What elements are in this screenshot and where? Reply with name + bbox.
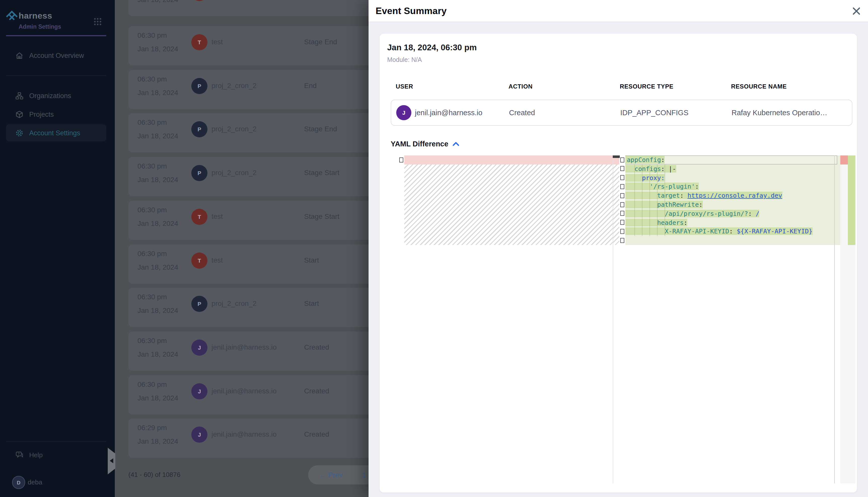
event-summary-card: Jan 18, 2024, 06:30 pm Module: N/A USER … — [380, 34, 857, 493]
diff-code-line: target: https://console.rafay.dev — [625, 191, 841, 200]
audit-row[interactable]: 06:30 pmJan 18, 2024Pproj_2_cron_2Start — [128, 288, 369, 327]
audit-row[interactable]: 06:30 pmJan 18, 2024TtestStage Start — [128, 201, 369, 240]
event-user-name: proj_2_cron_2 — [211, 299, 257, 307]
audit-row[interactable]: 06:30 pmJan 18, 2024Jjenil.jain@harness.… — [128, 375, 369, 414]
avatar: J — [396, 105, 411, 120]
diff-code-line: '/rs-plugin': — [625, 182, 841, 191]
diff-code-line: X-RAFAY-API-KEYID: ${X-RAFAY-API-KEYID} — [625, 227, 841, 236]
avatar: P — [191, 122, 207, 138]
avatar: P — [191, 296, 207, 312]
sidebar-item-label: Account Overview — [29, 52, 84, 59]
event-time: 06:30 pm — [137, 380, 167, 388]
event-date: Jan 18, 2024 — [137, 132, 178, 140]
user-avatar[interactable]: D — [12, 476, 25, 489]
event-table-row: J jenil.jain@harness.io Created IDP_APP_… — [391, 100, 852, 126]
event-resource-name: Rafay Kubernetes Operatio… — [732, 109, 827, 117]
column-header-user: USER — [396, 83, 413, 90]
diff-sash-handle[interactable] — [613, 155, 620, 158]
indent-guide — [649, 165, 650, 236]
avatar: J — [191, 383, 207, 399]
avatar: T — [191, 209, 207, 225]
diff-scrollbar[interactable] — [840, 155, 848, 483]
diff-margin-hatch — [613, 165, 619, 245]
diff-code-line: /api/proxy/rs-plugin/?: / — [625, 209, 841, 218]
event-action: Created — [509, 109, 535, 117]
svg-text:?: ? — [18, 452, 19, 455]
diff-gutter-marker — [620, 175, 624, 180]
event-user-name: test — [211, 256, 223, 264]
audit-row[interactable]: 06:30 pmJan 18, 2024TtestEnd — [128, 0, 369, 16]
diff-right-pane[interactable]: appConfig: configs: |- proxy: '/rs-plugi… — [625, 155, 841, 483]
diff-gutter-marker — [620, 202, 624, 207]
column-header-resource-name: RESOURCE NAME — [731, 83, 787, 90]
pagination-page-1[interactable]: 1 — [362, 471, 366, 479]
event-time: 06:30 pm — [137, 31, 167, 39]
harness-logo-icon — [6, 11, 18, 22]
user-name[interactable]: deba — [28, 478, 42, 486]
audit-row[interactable]: 06:30 pmJan 18, 2024TtestStart — [128, 244, 369, 283]
event-action: Stage End — [304, 125, 337, 133]
event-date: Jan 18, 2024 — [137, 306, 178, 314]
indent-guide — [642, 165, 643, 236]
diff-gutter-marker — [620, 193, 624, 198]
diff-left-pane[interactable] — [404, 155, 613, 483]
event-user-name: proj_2_cron_2 — [211, 169, 257, 176]
diff-code-line: configs: |- — [625, 165, 841, 173]
indent-guide — [657, 165, 658, 236]
event-time: 06:30 pm — [137, 118, 167, 127]
event-action: Stage Start — [304, 212, 339, 220]
event-action: Start — [304, 299, 319, 307]
diff-left-placeholder-hatch — [404, 165, 613, 245]
audit-row[interactable]: 06:30 pmJan 18, 2024Pproj_2_cron_2Stage … — [128, 157, 369, 196]
audit-row[interactable]: 06:29 pmJan 18, 2024Jjenil.jain@harness.… — [128, 419, 369, 458]
sidebar-footer-divider — [6, 441, 106, 442]
background-page: harness Admin Settings Account Overview — [0, 0, 369, 497]
close-icon[interactable] — [852, 6, 861, 16]
sidebar: harness Admin Settings Account Overview — [0, 0, 115, 497]
gear-icon — [15, 129, 24, 137]
event-action: Stage End — [304, 38, 337, 46]
event-date: Jan 18, 2024 — [137, 437, 178, 445]
event-time: 06:30 pm — [137, 337, 167, 344]
brand-name: harness — [19, 11, 52, 21]
audit-row[interactable]: 06:30 pmJan 18, 2024Pproj_2_cron_2End — [128, 70, 369, 109]
diff-code-line: pathRewrite: — [625, 200, 841, 209]
event-user-name: jenil.jain@harness.io — [211, 343, 277, 351]
event-user-name: jenil.jain@harness.io — [211, 387, 277, 395]
audit-row[interactable]: 06:30 pmJan 18, 2024Jjenil.jain@harness.… — [128, 331, 369, 371]
event-time: 06:30 pm — [137, 75, 167, 83]
event-time: 06:30 pm — [137, 293, 167, 301]
sidebar-item-account-overview[interactable]: Account Overview — [6, 47, 106, 64]
diff-right-margin — [613, 155, 619, 483]
diff-code-line: headers: — [625, 218, 841, 227]
audit-row[interactable]: 06:30 pmJan 18, 2024Pproj_2_cron_2Stage … — [128, 113, 369, 153]
event-date: Jan 18, 2024 — [137, 350, 178, 358]
yaml-difference-toggle[interactable]: YAML Difference — [391, 140, 460, 148]
pagination-prev-button[interactable]: ← Prev — [319, 471, 343, 479]
sidebar-item-organizations[interactable]: Organizations — [6, 87, 106, 104]
diff-gutter-marker — [620, 220, 624, 225]
event-date: Jan 18, 2024 — [137, 263, 178, 271]
audit-row[interactable]: 06:30 pmJan 18, 2024TtestStage End — [128, 26, 369, 66]
drawer-title: Event Summary — [376, 5, 446, 17]
event-time: 06:30 pm — [137, 206, 167, 214]
drawer-header: Event Summary — [369, 0, 868, 22]
avatar: P — [191, 78, 207, 94]
event-module: Module: N/A — [387, 56, 422, 63]
diff-gutter-marker — [620, 184, 624, 189]
diff-gutter-marker — [620, 229, 624, 234]
audit-event-list: 06:30 pmJan 18, 2024TtestEnd06:30 pmJan … — [128, 0, 369, 497]
event-summary-drawer: Event Summary Jan 18, 2024, 06:30 pm Mod… — [369, 0, 868, 497]
avatar: J — [191, 340, 207, 356]
app-grid-icon[interactable] — [94, 18, 102, 26]
sidebar-item-projects[interactable]: Projects — [6, 105, 106, 123]
sidebar-item-label: Projects — [29, 110, 54, 118]
diff-overview-ruler — [848, 155, 855, 483]
chevron-left-icon — [110, 458, 113, 463]
event-time: 06:30 pm — [137, 249, 167, 257]
sidebar-item-account-settings[interactable]: Account Settings — [6, 124, 106, 141]
diff-gutter-marker — [620, 211, 624, 216]
brand-subtitle: Admin Settings — [19, 24, 61, 30]
event-time: 06:30 pm — [137, 162, 167, 170]
sidebar-item-help[interactable]: ? Help — [6, 446, 106, 463]
